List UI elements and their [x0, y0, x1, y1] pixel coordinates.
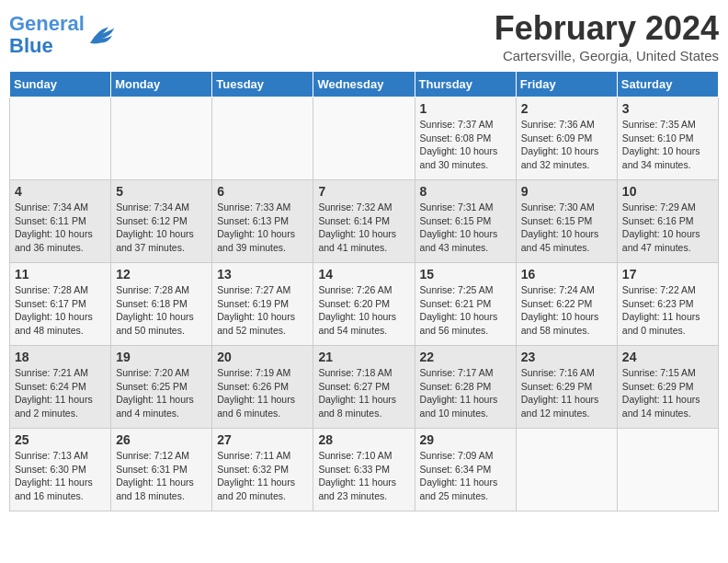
calendar-week-row: 25Sunrise: 7:13 AM Sunset: 6:30 PM Dayli… [10, 429, 719, 511]
calendar-week-row: 11Sunrise: 7:28 AM Sunset: 6:17 PM Dayli… [10, 263, 719, 346]
day-number: 16 [521, 267, 612, 282]
calendar-day-15: 15Sunrise: 7:25 AM Sunset: 6:21 PM Dayli… [415, 263, 516, 346]
calendar-day-14: 14Sunrise: 7:26 AM Sunset: 6:20 PM Dayli… [313, 263, 415, 346]
weekday-header-wednesday: Wednesday [313, 72, 415, 98]
calendar-day-10: 10Sunrise: 7:29 AM Sunset: 6:16 PM Dayli… [617, 180, 718, 263]
calendar-day-empty [313, 98, 415, 180]
day-info: Sunrise: 7:26 AM Sunset: 6:20 PM Dayligh… [318, 283, 409, 338]
calendar-day-9: 9Sunrise: 7:30 AM Sunset: 6:15 PM Daylig… [516, 180, 617, 263]
location-subtitle: Cartersville, Georgia, United States [495, 48, 719, 63]
day-info: Sunrise: 7:15 AM Sunset: 6:29 PM Dayligh… [622, 366, 713, 420]
day-number: 6 [217, 184, 308, 199]
day-info: Sunrise: 7:17 AM Sunset: 6:28 PM Dayligh… [420, 366, 511, 420]
calendar-week-row: 1Sunrise: 7:37 AM Sunset: 6:08 PM Daylig… [10, 98, 719, 180]
day-info: Sunrise: 7:32 AM Sunset: 6:14 PM Dayligh… [318, 201, 409, 255]
calendar-day-19: 19Sunrise: 7:20 AM Sunset: 6:25 PM Dayli… [111, 346, 212, 429]
logo-text: General Blue [9, 13, 85, 57]
day-info: Sunrise: 7:36 AM Sunset: 6:09 PM Dayligh… [521, 118, 612, 172]
calendar-day-empty [617, 429, 718, 511]
day-number: 17 [622, 267, 713, 282]
day-number: 5 [116, 184, 207, 199]
day-info: Sunrise: 7:33 AM Sunset: 6:13 PM Dayligh… [217, 201, 308, 255]
calendar-day-16: 16Sunrise: 7:24 AM Sunset: 6:22 PM Dayli… [516, 263, 617, 346]
calendar-day-11: 11Sunrise: 7:28 AM Sunset: 6:17 PM Dayli… [10, 263, 111, 346]
day-number: 28 [318, 432, 409, 447]
logo: General Blue [9, 13, 116, 57]
day-info: Sunrise: 7:11 AM Sunset: 6:32 PM Dayligh… [217, 449, 308, 503]
day-number: 1 [420, 101, 511, 116]
calendar-day-6: 6Sunrise: 7:33 AM Sunset: 6:13 PM Daylig… [212, 180, 313, 263]
calendar-body: 1Sunrise: 7:37 AM Sunset: 6:08 PM Daylig… [10, 98, 719, 511]
calendar-day-empty [111, 98, 212, 180]
day-info: Sunrise: 7:30 AM Sunset: 6:15 PM Dayligh… [521, 201, 612, 255]
day-info: Sunrise: 7:16 AM Sunset: 6:29 PM Dayligh… [521, 366, 612, 420]
calendar-day-23: 23Sunrise: 7:16 AM Sunset: 6:29 PM Dayli… [516, 346, 617, 429]
calendar-week-row: 18Sunrise: 7:21 AM Sunset: 6:24 PM Dayli… [10, 346, 719, 429]
calendar-day-17: 17Sunrise: 7:22 AM Sunset: 6:23 PM Dayli… [617, 263, 718, 346]
day-number: 22 [420, 350, 511, 364]
calendar-day-26: 26Sunrise: 7:12 AM Sunset: 6:31 PM Dayli… [111, 429, 212, 511]
calendar-day-27: 27Sunrise: 7:11 AM Sunset: 6:32 PM Dayli… [212, 429, 313, 511]
day-number: 9 [521, 184, 612, 199]
day-info: Sunrise: 7:29 AM Sunset: 6:16 PM Dayligh… [622, 201, 713, 255]
day-info: Sunrise: 7:31 AM Sunset: 6:15 PM Dayligh… [420, 201, 511, 255]
day-number: 29 [420, 432, 511, 447]
day-info: Sunrise: 7:34 AM Sunset: 6:12 PM Dayligh… [116, 201, 207, 255]
weekday-header-monday: Monday [111, 72, 212, 98]
day-info: Sunrise: 7:12 AM Sunset: 6:31 PM Dayligh… [116, 449, 207, 503]
calendar-day-1: 1Sunrise: 7:37 AM Sunset: 6:08 PM Daylig… [415, 98, 516, 180]
day-number: 23 [521, 350, 612, 364]
day-number: 13 [217, 267, 308, 282]
day-info: Sunrise: 7:21 AM Sunset: 6:24 PM Dayligh… [15, 366, 106, 420]
calendar-day-21: 21Sunrise: 7:18 AM Sunset: 6:27 PM Dayli… [313, 346, 415, 429]
calendar-day-empty [212, 98, 313, 180]
day-number: 4 [15, 184, 106, 199]
day-info: Sunrise: 7:22 AM Sunset: 6:23 PM Dayligh… [622, 283, 713, 338]
calendar-day-7: 7Sunrise: 7:32 AM Sunset: 6:14 PM Daylig… [313, 180, 415, 263]
day-info: Sunrise: 7:13 AM Sunset: 6:30 PM Dayligh… [15, 449, 106, 503]
day-info: Sunrise: 7:27 AM Sunset: 6:19 PM Dayligh… [217, 283, 308, 338]
weekday-header-saturday: Saturday [617, 72, 718, 98]
day-info: Sunrise: 7:28 AM Sunset: 6:17 PM Dayligh… [15, 283, 106, 338]
calendar-day-5: 5Sunrise: 7:34 AM Sunset: 6:12 PM Daylig… [111, 180, 212, 263]
day-info: Sunrise: 7:25 AM Sunset: 6:21 PM Dayligh… [420, 283, 511, 338]
calendar-day-3: 3Sunrise: 7:35 AM Sunset: 6:10 PM Daylig… [617, 98, 718, 180]
calendar-day-4: 4Sunrise: 7:34 AM Sunset: 6:11 PM Daylig… [10, 180, 111, 263]
calendar-day-24: 24Sunrise: 7:15 AM Sunset: 6:29 PM Dayli… [617, 346, 718, 429]
day-number: 7 [318, 184, 409, 199]
day-number: 10 [622, 184, 713, 199]
title-block: February 2024 Cartersville, Georgia, Uni… [495, 9, 719, 63]
calendar-day-13: 13Sunrise: 7:27 AM Sunset: 6:19 PM Dayli… [212, 263, 313, 346]
calendar-day-empty [10, 98, 111, 180]
day-number: 8 [420, 184, 511, 199]
day-info: Sunrise: 7:19 AM Sunset: 6:26 PM Dayligh… [217, 366, 308, 420]
day-info: Sunrise: 7:34 AM Sunset: 6:11 PM Dayligh… [15, 201, 106, 255]
day-number: 24 [622, 350, 713, 364]
calendar-day-28: 28Sunrise: 7:10 AM Sunset: 6:33 PM Dayli… [313, 429, 415, 511]
weekday-header-sunday: Sunday [10, 72, 111, 98]
main-title: February 2024 [495, 9, 719, 48]
calendar-day-29: 29Sunrise: 7:09 AM Sunset: 6:34 PM Dayli… [415, 429, 516, 511]
page-header: General Blue February 2024 Cartersville,… [9, 9, 719, 63]
calendar-day-12: 12Sunrise: 7:28 AM Sunset: 6:18 PM Dayli… [111, 263, 212, 346]
weekday-header-thursday: Thursday [415, 72, 516, 98]
day-number: 27 [217, 432, 308, 447]
calendar-day-25: 25Sunrise: 7:13 AM Sunset: 6:30 PM Dayli… [10, 429, 111, 511]
day-info: Sunrise: 7:24 AM Sunset: 6:22 PM Dayligh… [521, 283, 612, 338]
weekday-header-friday: Friday [516, 72, 617, 98]
day-number: 21 [318, 350, 409, 364]
day-number: 3 [622, 101, 713, 116]
day-number: 20 [217, 350, 308, 364]
weekday-header-row: SundayMondayTuesdayWednesdayThursdayFrid… [10, 72, 719, 98]
calendar-week-row: 4Sunrise: 7:34 AM Sunset: 6:11 PM Daylig… [10, 180, 719, 263]
calendar-day-empty [516, 429, 617, 511]
day-info: Sunrise: 7:18 AM Sunset: 6:27 PM Dayligh… [318, 366, 409, 420]
logo-bird-icon [86, 22, 116, 48]
day-number: 15 [420, 267, 511, 282]
calendar-day-18: 18Sunrise: 7:21 AM Sunset: 6:24 PM Dayli… [10, 346, 111, 429]
day-info: Sunrise: 7:35 AM Sunset: 6:10 PM Dayligh… [622, 118, 713, 172]
day-number: 26 [116, 432, 207, 447]
day-number: 11 [15, 267, 106, 282]
calendar-header: SundayMondayTuesdayWednesdayThursdayFrid… [10, 72, 719, 98]
day-info: Sunrise: 7:37 AM Sunset: 6:08 PM Dayligh… [420, 118, 511, 172]
